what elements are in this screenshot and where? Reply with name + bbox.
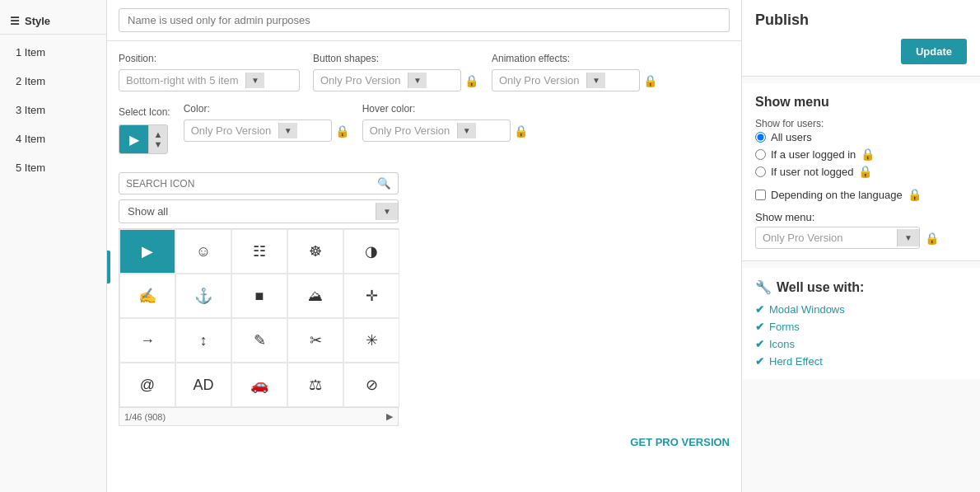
animation-control[interactable]: Only Pro Version ▼	[492, 69, 640, 91]
icon-grid: ▶ ☺ ☷ ☸ ◑ ✍ ⚓ ■ ⛰ ✛ → ↕ ✎ ✂ ✳	[119, 228, 399, 408]
icon-cell-10[interactable]: ✛	[343, 274, 399, 318]
well-use-link-2[interactable]: Forms	[769, 321, 800, 333]
icon-cell-6[interactable]: ✍	[119, 274, 175, 318]
icon-next-arrow[interactable]: ▶	[386, 411, 393, 422]
hover-color-arrow[interactable]: ▼	[457, 123, 476, 138]
show-all-arrow[interactable]: ▼	[376, 203, 398, 220]
icon-arrow-button[interactable]: ▲▼	[148, 124, 168, 154]
button-shapes-control[interactable]: Only Pro Version ▼	[313, 69, 461, 91]
icon-cell-11[interactable]: →	[119, 318, 175, 363]
icon-cell-8[interactable]: ■	[231, 274, 287, 318]
hover-color-control[interactable]: Only Pro Version ▼	[362, 119, 511, 142]
show-menu-select-arrow[interactable]: ▼	[897, 229, 919, 246]
color-arrow[interactable]: ▼	[278, 123, 297, 138]
animation-select[interactable]: Only Pro Version	[492, 70, 586, 91]
check-icon-2: ✔	[755, 321, 764, 333]
publish-title: Publish	[755, 12, 967, 29]
show-menu-title: Show menu	[755, 95, 967, 110]
sidebar-item-4[interactable]: 4 Item	[0, 124, 106, 153]
radio-all-users-input[interactable]	[755, 132, 766, 143]
radio-logged-in-input[interactable]	[755, 149, 766, 160]
well-use-link-1[interactable]: Modal Windows	[769, 303, 845, 316]
checkbox-language-row: Depending on the language 🔒	[755, 188, 967, 201]
main-content: Position: Bottom-right with 5 item ▼	[107, 0, 741, 492]
icon-preview-row: ▶ ▲▼	[119, 124, 170, 154]
color-label: Color:	[184, 103, 349, 115]
sidebar-style-header: ☰ Style	[0, 8, 106, 35]
checkbox-language-label: Depending on the language	[771, 189, 903, 201]
icon-preview-button[interactable]: ▶	[119, 124, 148, 154]
icon-cell-4[interactable]: ☸	[287, 229, 343, 274]
check-icon-3: ✔	[755, 338, 764, 350]
right-panel: Publish Update Show menu Show for users:…	[741, 0, 980, 492]
checkbox-language[interactable]	[755, 190, 766, 200]
well-use-link-4[interactable]: Herd Effect	[769, 355, 823, 368]
update-button[interactable]: Update	[901, 39, 967, 64]
wrench-icon: 🔧	[755, 279, 772, 295]
well-use-title: 🔧 Well use with:	[755, 279, 967, 295]
position-select[interactable]: Bottom-right with 5 item	[119, 70, 245, 91]
icon-cell-1[interactable]: ▶	[119, 229, 175, 274]
position-select-arrow[interactable]: ▼	[245, 73, 264, 88]
show-menu-section: Show menu Show for users: All users If a…	[742, 83, 980, 261]
well-use-item-1: ✔ Modal Windows	[755, 303, 967, 316]
icon-cell-13[interactable]: ✎	[231, 318, 287, 363]
icon-search-button[interactable]: 🔍	[371, 173, 398, 194]
button-shapes-select[interactable]: Only Pro Version	[314, 70, 408, 91]
color-control[interactable]: Only Pro Version ▼	[184, 119, 332, 142]
show-for-users-label: Show for users:	[755, 118, 967, 129]
style-icon: ☰	[10, 15, 20, 27]
logged-in-lock-icon: 🔒	[861, 148, 875, 161]
icon-cell-3[interactable]: ☷	[231, 229, 287, 274]
get-pro-link[interactable]: GET PRO VERSION	[630, 436, 730, 448]
button-shapes-select-wrapper: Only Pro Version ▼ 🔒	[313, 69, 478, 91]
well-use-list: ✔ Modal Windows ✔ Forms ✔ Icons ✔ Herd E…	[755, 303, 967, 368]
sidebar-item-2[interactable]: 2 Item	[0, 67, 106, 96]
name-input-bar	[107, 0, 741, 41]
radio-not-logged[interactable]: If user not logged 🔒	[755, 165, 967, 178]
sidebar-item-3[interactable]: 3 Item	[0, 96, 106, 124]
icon-cell-17[interactable]: AD	[175, 363, 231, 407]
button-shapes-arrow[interactable]: ▼	[408, 73, 427, 88]
radio-all-users[interactable]: All users	[755, 131, 967, 143]
icon-cell-2[interactable]: ☺	[175, 229, 231, 274]
hover-color-label: Hover color:	[362, 103, 528, 115]
icon-cell-5[interactable]: ◑	[343, 229, 399, 274]
show-menu-dropdown-group: Show menu: Only Pro Version ▼ 🔒	[755, 211, 967, 249]
field-row-2: Select Icon: ▶ ▲▼ Color: Only Pro Ver	[119, 103, 730, 161]
publish-section: Publish Update	[742, 0, 980, 77]
show-menu-select-wrap[interactable]: Only Pro Version ▼	[755, 227, 920, 249]
position-select-wrapper: Bottom-right with 5 item ▼	[119, 69, 300, 91]
position-field: Position: Bottom-right with 5 item ▼	[119, 53, 300, 91]
icon-cell-16[interactable]: @	[119, 363, 175, 407]
color-select[interactable]: Only Pro Version	[184, 120, 278, 141]
radio-logged-in[interactable]: If a user logged in 🔒	[755, 148, 967, 161]
show-menu-dropdown-label: Show menu:	[755, 211, 967, 223]
sidebar-item-1[interactable]: 1 Item	[0, 38, 106, 67]
icon-search-input[interactable]	[119, 174, 371, 194]
show-menu-lock-icon: 🔒	[925, 232, 939, 245]
name-input[interactable]	[119, 8, 730, 32]
check-icon-1: ✔	[755, 303, 764, 316]
well-use-item-4: ✔ Herd Effect	[755, 355, 967, 368]
button-shapes-lock-icon: 🔒	[464, 74, 478, 87]
icon-cell-19[interactable]: ⚖	[287, 363, 343, 407]
icon-cell-20[interactable]: ⊘	[343, 363, 399, 407]
icon-cell-15[interactable]: ✳	[343, 318, 399, 363]
radio-not-logged-input[interactable]	[755, 166, 766, 177]
show-menu-select[interactable]: Only Pro Version	[756, 227, 897, 248]
icon-cell-18[interactable]: 🚗	[231, 363, 287, 407]
well-use-link-3[interactable]: Icons	[769, 338, 795, 350]
position-label: Position:	[119, 53, 300, 64]
animation-arrow[interactable]: ▼	[586, 73, 605, 88]
icon-cell-9[interactable]: ⛰	[287, 274, 343, 318]
color-select-wrapper: Only Pro Version ▼ 🔒	[184, 119, 349, 142]
position-select-control[interactable]: Bottom-right with 5 item ▼	[119, 69, 300, 91]
editor-area: Position: Bottom-right with 5 item ▼	[107, 41, 741, 492]
sidebar-item-5[interactable]: 5 Item	[0, 153, 106, 182]
hover-color-select[interactable]: Only Pro Version	[363, 120, 457, 141]
icon-cell-14[interactable]: ✂	[287, 318, 343, 363]
icon-cell-7[interactable]: ⚓	[175, 274, 231, 318]
icon-cell-12[interactable]: ↕	[175, 318, 231, 363]
sidebar-style-label: Style	[25, 15, 50, 27]
